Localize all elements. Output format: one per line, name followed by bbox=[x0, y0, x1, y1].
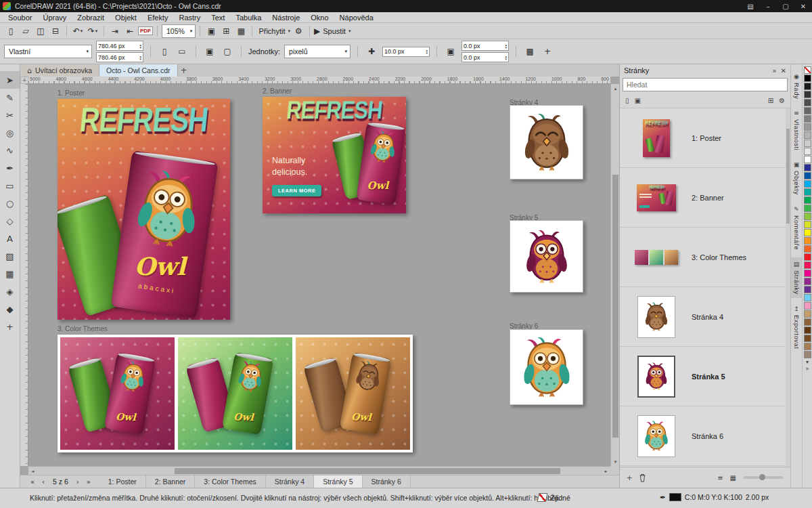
page-caption-banner[interactable]: 2. Banner bbox=[263, 87, 292, 95]
vertical-scrollbar[interactable]: ▴ ▾ bbox=[610, 84, 619, 466]
stepper-icons[interactable]: ▴▾ bbox=[139, 55, 141, 60]
docker-tab[interactable]: ▤ Stránky bbox=[791, 257, 803, 298]
last-page-button[interactable]: » bbox=[83, 478, 94, 486]
palette-color-swatch[interactable] bbox=[804, 351, 811, 358]
ruler-origin[interactable]: + bbox=[20, 77, 28, 84]
units-select[interactable]: pixelů▾ bbox=[284, 45, 351, 58]
outline-indicator[interactable]: ✒ C:0 M:0 Y:0 K:100 2.00 px bbox=[660, 493, 769, 501]
menu-item[interactable]: Soubor bbox=[3, 12, 37, 23]
palette-color-swatch[interactable] bbox=[804, 286, 811, 293]
palette-color-swatch[interactable] bbox=[804, 180, 811, 188]
page-tab[interactable]: 2: Banner bbox=[146, 475, 196, 488]
palette-color-swatch[interactable] bbox=[804, 261, 811, 269]
page-4[interactable] bbox=[510, 105, 583, 179]
maximize-button[interactable]: ▢ bbox=[777, 0, 794, 12]
grid-toggle-icon[interactable]: ▦ bbox=[234, 24, 248, 38]
palette-color-swatch[interactable] bbox=[804, 196, 811, 204]
palette-flyout-icon[interactable]: » bbox=[806, 366, 809, 372]
palette-color-swatch[interactable] bbox=[804, 221, 811, 228]
palette-color-swatch[interactable] bbox=[804, 229, 811, 236]
add-page-icon[interactable]: + bbox=[627, 474, 632, 482]
zoom-level-select[interactable]: 105%▾ bbox=[162, 24, 196, 38]
docker-scroll-thumb[interactable] bbox=[786, 129, 790, 224]
shape-tool[interactable]: ✎ bbox=[0, 89, 20, 106]
theme-variant-amber[interactable]: Owl bbox=[296, 337, 410, 450]
slider-handle[interactable] bbox=[759, 474, 765, 480]
canvas[interactable]: 1. Poster REFRESH Owl abacaxi 2. Banner … bbox=[28, 84, 610, 466]
minimize-button[interactable]: – bbox=[759, 0, 777, 12]
options-gear-icon[interactable]: ⚙ bbox=[292, 24, 305, 38]
docker-tab[interactable]: ≡ Vlastnosti bbox=[791, 106, 803, 154]
palette-color-swatch[interactable] bbox=[804, 335, 811, 342]
save-icon[interactable]: ◫ bbox=[34, 24, 47, 38]
treat-as-filled-icon[interactable]: ▩ bbox=[523, 45, 537, 58]
docker-options-gear-icon[interactable]: ⚙ bbox=[779, 97, 785, 104]
docker-tab[interactable]: ↥ Exportovat bbox=[791, 302, 803, 352]
pages-docker-item[interactable]: 3: Color Themes bbox=[620, 228, 790, 287]
palette-color-swatch[interactable] bbox=[804, 310, 811, 318]
first-page-button[interactable]: « bbox=[27, 478, 38, 486]
palette-color-swatch[interactable] bbox=[804, 140, 811, 147]
page-preset-select[interactable]: Vlastní▾ bbox=[4, 45, 92, 58]
undo-button[interactable]: ↶▾ bbox=[71, 24, 85, 38]
duplicate-y-field[interactable]: 0.0 px▴▾ bbox=[461, 52, 509, 62]
pages-docker-item[interactable]: Stránka 4 bbox=[620, 287, 790, 347]
stepper-icons[interactable]: ▴▾ bbox=[139, 43, 141, 49]
pages-search-input[interactable] bbox=[623, 78, 788, 91]
palette-color-swatch[interactable] bbox=[804, 172, 811, 179]
fill-indicator[interactable]: Žádné bbox=[538, 493, 570, 502]
menu-item[interactable]: Rastry bbox=[173, 12, 206, 23]
redo-button[interactable]: ↷▾ bbox=[86, 24, 99, 38]
menu-item[interactable]: Zobrazit bbox=[72, 12, 110, 23]
duplicate-x-field[interactable]: 0.0 px▴▾ bbox=[461, 41, 509, 51]
palette-color-swatch[interactable] bbox=[804, 164, 811, 171]
theme-variant-magenta[interactable]: Owl bbox=[60, 337, 175, 450]
window-menu-icon[interactable]: ▤ bbox=[742, 0, 759, 12]
page-spread-icon[interactable]: ▣ bbox=[635, 97, 641, 104]
learn-more-button[interactable]: LEARN MORE bbox=[272, 185, 321, 196]
close-button[interactable]: ✕ bbox=[794, 0, 812, 12]
menu-item[interactable]: Nástroje bbox=[267, 12, 305, 23]
mesh-fill-tool[interactable]: ▦ bbox=[0, 265, 20, 282]
stepper-icons[interactable]: ▴▾ bbox=[505, 43, 508, 49]
palette-color-swatch[interactable] bbox=[804, 188, 811, 196]
menu-item[interactable]: Efekty bbox=[142, 12, 174, 23]
artistic-media-tool[interactable]: ✒ bbox=[0, 159, 20, 177]
more-tools-button[interactable]: + bbox=[0, 318, 20, 335]
ellipse-tool[interactable]: ○ bbox=[0, 194, 20, 212]
palette-color-swatch[interactable] bbox=[804, 107, 811, 114]
new-document-icon[interactable]: ▯ bbox=[4, 24, 18, 38]
pages-docker-item-selected[interactable]: Stránka 5 bbox=[620, 347, 790, 406]
palette-color-swatch[interactable] bbox=[804, 326, 811, 334]
eyedropper-tool[interactable]: ◈ bbox=[0, 282, 20, 300]
nudge-distance-field[interactable]: 10.0 px▴▾ bbox=[382, 47, 430, 57]
grid-view-icon[interactable]: ▦ bbox=[730, 474, 736, 482]
page-caption-themes[interactable]: 3. Color Themes bbox=[58, 325, 108, 333]
stepper-icons[interactable]: ▴▾ bbox=[505, 55, 508, 60]
palette-color-swatch[interactable] bbox=[804, 75, 811, 82]
palette-color-swatch[interactable] bbox=[804, 253, 811, 261]
new-tab-button[interactable]: + bbox=[178, 64, 190, 77]
palette-color-swatch[interactable] bbox=[804, 205, 811, 212]
home-tab[interactable]: ⌂Uvítací obrazovka bbox=[20, 64, 99, 77]
export-icon[interactable]: ⇤ bbox=[123, 24, 137, 38]
menu-item[interactable]: Okno bbox=[305, 12, 334, 23]
page-caption-poster[interactable]: 1. Poster bbox=[58, 89, 85, 97]
palette-color-swatch[interactable] bbox=[804, 156, 811, 163]
launch-button[interactable]: ▶Spustit▾ bbox=[314, 24, 351, 38]
page-width-field[interactable]: 780.46 px▴▾ bbox=[96, 41, 143, 51]
page-tab[interactable]: Stránky 4 bbox=[266, 475, 314, 488]
add-control-icon[interactable]: + bbox=[541, 45, 554, 58]
pick-tool[interactable]: ➤ bbox=[0, 71, 20, 89]
docker-scrollbar[interactable] bbox=[786, 108, 790, 467]
palette-color-swatch[interactable] bbox=[804, 115, 811, 123]
open-icon[interactable]: ▱ bbox=[19, 24, 32, 38]
stepper-icons[interactable]: ▴▾ bbox=[426, 49, 428, 54]
rectangle-tool[interactable]: ▭ bbox=[0, 177, 20, 194]
menu-item[interactable]: Objekt bbox=[110, 12, 142, 23]
palette-color-swatch[interactable] bbox=[804, 213, 811, 220]
palette-color-swatch[interactable] bbox=[804, 302, 811, 310]
interactive-fill-tool[interactable]: ◆ bbox=[0, 300, 20, 318]
import-icon[interactable]: ⇥ bbox=[108, 24, 122, 38]
thumbnail-size-slider[interactable] bbox=[743, 476, 784, 479]
